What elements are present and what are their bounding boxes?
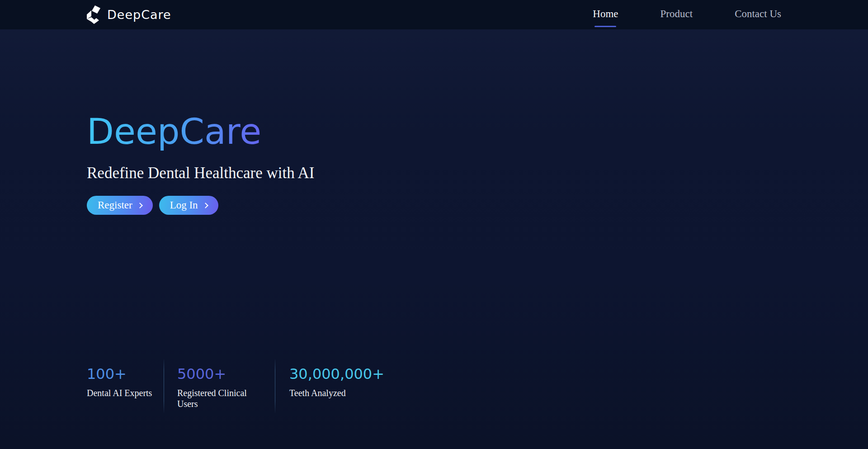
hero-subtitle: Redefine Dental Healthcare with AI — [87, 164, 868, 182]
stat-value: 5000+ — [177, 367, 250, 382]
stats-divider — [164, 359, 164, 413]
hero-buttons: Register Log In — [87, 196, 868, 215]
login-button[interactable]: Log In — [159, 196, 218, 215]
stats-section: 100+ Dental AI Experts 5000+ Registered … — [0, 359, 868, 413]
nav-link-contact-us[interactable]: Contact Us — [735, 5, 781, 24]
stat-dental-ai-experts: 100+ Dental AI Experts — [87, 367, 152, 398]
login-button-label: Log In — [170, 199, 198, 211]
stats-divider — [275, 359, 275, 413]
stat-label: Registered Clinical Users — [177, 388, 250, 410]
nav-link-product[interactable]: Product — [660, 5, 693, 24]
register-button[interactable]: Register — [87, 196, 153, 215]
hero-title: DeepCare — [87, 113, 261, 151]
brand-name: DeepCare — [107, 8, 171, 22]
nav-link-home[interactable]: Home — [593, 5, 618, 24]
stat-value: 100+ — [87, 367, 152, 382]
chevron-right-icon — [203, 203, 208, 208]
stat-registered-clinical-users: 5000+ Registered Clinical Users — [177, 367, 250, 409]
brand-logo[interactable]: DeepCare — [85, 5, 171, 24]
navbar: DeepCare Home Product Contact Us — [0, 0, 868, 29]
register-button-label: Register — [98, 199, 132, 211]
hero-section: DeepCare Redefine Dental Healthcare with… — [0, 29, 868, 215]
deepcare-logo-icon — [85, 5, 103, 24]
chevron-right-icon — [137, 203, 143, 208]
stat-teeth-analyzed: 30,000,000+ Teeth Analyzed — [289, 367, 384, 398]
stat-label: Dental AI Experts — [87, 388, 152, 398]
stat-value: 30,000,000+ — [289, 367, 384, 382]
stat-label: Teeth Analyzed — [289, 388, 384, 398]
nav-links: Home Product Contact Us — [593, 5, 781, 24]
